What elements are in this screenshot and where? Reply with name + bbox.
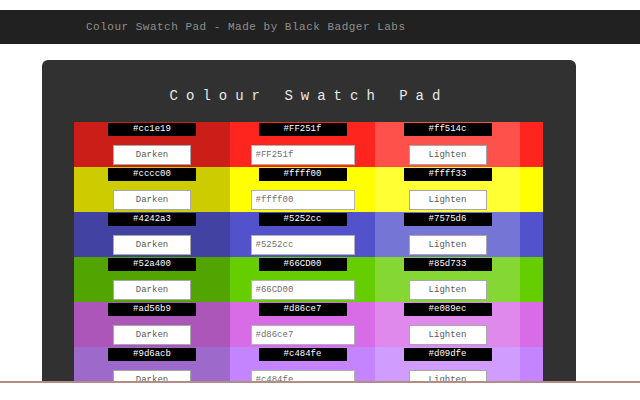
base-swatch: #ffff00 (230, 167, 375, 212)
tint-swatch: #7575d6 Lighten (375, 212, 520, 257)
base-hex-label: #FF251f (259, 123, 347, 136)
shade-swatch: #cccc00 Darken (74, 167, 230, 212)
tint-swatch: #e089ec Lighten (375, 302, 520, 347)
hex-input[interactable] (251, 145, 355, 165)
base-hex-label: #d86ce7 (259, 303, 347, 316)
tint-swatch: #ff514c Lighten (375, 122, 520, 167)
tint-hex-label: #7575d6 (404, 213, 492, 226)
base-hex-label: #5252cc (259, 213, 347, 226)
base-hex-label: #c484fe (259, 348, 347, 361)
swatch-row: #cccc00 Darken #ffff00 #ffff33 Lighten (74, 167, 543, 212)
base-hex-label: #ffff00 (259, 168, 347, 181)
shade-swatch: #4242a3 Darken (74, 212, 230, 257)
darken-button[interactable]: Darken (113, 145, 191, 165)
lighten-button[interactable]: Lighten (409, 280, 487, 300)
darken-button[interactable]: Darken (113, 235, 191, 255)
darken-button[interactable]: Darken (113, 370, 191, 381)
hex-input[interactable] (251, 370, 355, 381)
page-title: Colour Swatch Pad (42, 88, 576, 104)
base-swatch: #66CD00 (230, 257, 375, 302)
app-header-title: Colour Swatch Pad - Made by Black Badger… (0, 10, 640, 44)
base-swatch: #FF251f (230, 122, 375, 167)
swatch-row: #ad56b9 Darken #d86ce7 #e089ec Lighten (74, 302, 543, 347)
lighten-button[interactable]: Lighten (409, 190, 487, 210)
hex-input[interactable] (251, 190, 355, 210)
lighten-button[interactable]: Lighten (409, 235, 487, 255)
shade-swatch: #9d6acb Darken (74, 347, 230, 381)
shade-hex-label: #ad56b9 (108, 303, 196, 316)
shade-hex-label: #cc1e19 (108, 123, 196, 136)
shade-hex-label: #cccc00 (108, 168, 196, 181)
hex-input[interactable] (251, 235, 355, 255)
darken-button[interactable]: Darken (113, 280, 191, 300)
tint-swatch: #ffff33 Lighten (375, 167, 520, 212)
tint-hex-label: #ffff33 (404, 168, 492, 181)
shade-swatch: #52a400 Darken (74, 257, 230, 302)
lighten-button[interactable]: Lighten (409, 370, 487, 381)
swatch-row: #cc1e19 Darken #FF251f #ff514c Lighten (74, 122, 543, 167)
tint-hex-label: #d09dfe (404, 348, 492, 361)
swatch-pad-panel: Colour Swatch Pad #cc1e19 Darken #FF251f… (42, 60, 576, 381)
shade-swatch: #ad56b9 Darken (74, 302, 230, 347)
shade-hex-label: #9d6acb (108, 348, 196, 361)
tint-hex-label: #e089ec (404, 303, 492, 316)
viewport-bottom-divider (0, 381, 640, 383)
tint-swatch: #85d733 Lighten (375, 257, 520, 302)
lighten-button[interactable]: Lighten (409, 145, 487, 165)
tint-hex-label: #ff514c (404, 123, 492, 136)
darken-button[interactable]: Darken (113, 190, 191, 210)
lighten-button[interactable]: Lighten (409, 325, 487, 345)
base-swatch: #5252cc (230, 212, 375, 257)
swatch-row: #52a400 Darken #66CD00 #85d733 Lighten (74, 257, 543, 302)
swatch-row: #9d6acb Darken #c484fe #d09dfe Lighten (74, 347, 543, 381)
shade-swatch: #cc1e19 Darken (74, 122, 230, 167)
tint-hex-label: #85d733 (404, 258, 492, 271)
app-header-bar: Colour Swatch Pad - Made by Black Badger… (0, 10, 640, 44)
hex-input[interactable] (251, 280, 355, 300)
shade-hex-label: #52a400 (108, 258, 196, 271)
hex-input[interactable] (251, 325, 355, 345)
base-swatch: #d86ce7 (230, 302, 375, 347)
base-hex-label: #66CD00 (259, 258, 347, 271)
tint-swatch: #d09dfe Lighten (375, 347, 520, 381)
base-swatch: #c484fe (230, 347, 375, 381)
shade-hex-label: #4242a3 (108, 213, 196, 226)
darken-button[interactable]: Darken (113, 325, 191, 345)
swatch-rows: #cc1e19 Darken #FF251f #ff514c Lighten #… (74, 122, 543, 381)
swatch-row: #4242a3 Darken #5252cc #7575d6 Lighten (74, 212, 543, 257)
